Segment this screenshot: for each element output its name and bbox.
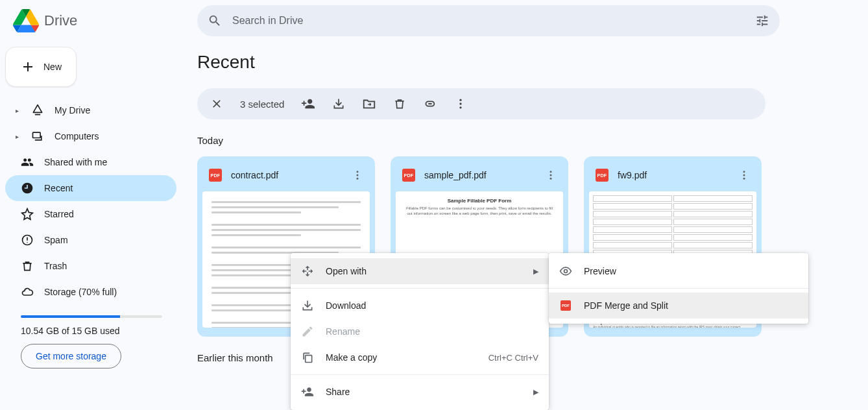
star-icon	[21, 208, 34, 221]
get-storage-button[interactable]: Get more storage	[21, 344, 121, 368]
chevron-right-icon: ▶	[533, 388, 538, 396]
svg-point-8	[550, 171, 552, 173]
more-vert-icon	[454, 97, 467, 110]
sidebar: New ▸My Drive ▸Computers Shared with me …	[0, 42, 187, 410]
pdf-icon: PDF	[209, 169, 222, 182]
close-icon	[210, 97, 223, 110]
nav-shared[interactable]: Shared with me	[5, 149, 176, 175]
more-vert-icon	[738, 169, 750, 181]
share-button[interactable]	[301, 97, 315, 111]
pdf-app-icon: PDF	[561, 300, 571, 311]
spam-icon	[21, 234, 34, 247]
logo-area[interactable]: Drive	[10, 8, 187, 34]
delete-button[interactable]	[393, 97, 406, 110]
search-icon	[208, 14, 222, 28]
selection-count: 3 selected	[240, 99, 284, 110]
menu-shortcut: Ctrl+C Ctrl+V	[488, 353, 538, 363]
more-button[interactable]	[454, 97, 467, 110]
nav-recent[interactable]: Recent	[5, 175, 176, 201]
eye-icon	[559, 264, 572, 278]
search-bar[interactable]	[197, 5, 780, 36]
submenu-pdf-merge-split[interactable]: PDF PDF Merge and Split	[549, 293, 808, 319]
nav-list: ▸My Drive ▸Computers Shared with me Rece…	[5, 97, 176, 305]
storage-used-label: 10.54 GB of 15 GB used	[21, 326, 166, 336]
nav-starred[interactable]: Starred	[5, 201, 176, 227]
menu-make-copy[interactable]: Make a copy Ctrl+C Ctrl+V	[291, 344, 549, 370]
person-add-icon	[301, 385, 314, 398]
file-more-button[interactable]	[349, 167, 366, 184]
download-icon	[332, 97, 345, 110]
nav-my-drive[interactable]: ▸My Drive	[5, 97, 176, 123]
svg-rect-14	[306, 356, 312, 363]
page-title: Recent	[197, 42, 858, 88]
more-vert-icon	[352, 169, 363, 181]
link-button[interactable]	[423, 97, 437, 111]
pdf-icon: PDF	[402, 169, 415, 182]
svg-rect-0	[33, 132, 41, 138]
new-button-label: New	[43, 62, 62, 72]
move-folder-icon	[362, 97, 376, 111]
selection-toolbar: 3 selected	[197, 88, 766, 119]
file-more-button[interactable]	[736, 167, 753, 184]
open-with-icon	[301, 265, 314, 278]
new-button[interactable]: New	[5, 47, 77, 87]
trash-icon	[393, 97, 406, 110]
drive-logo-icon	[13, 8, 39, 34]
section-today: Today	[197, 119, 858, 156]
clear-selection-button[interactable]	[210, 97, 223, 110]
file-name: fw9.pdf	[618, 170, 727, 180]
context-submenu: Preview PDF PDF Merge and Split	[549, 253, 808, 324]
my-drive-icon	[31, 104, 44, 117]
storage-bar-fill	[21, 315, 120, 318]
file-name: contract.pdf	[231, 170, 340, 180]
chevron-right-icon: ▶	[533, 267, 538, 276]
more-vert-icon	[545, 169, 557, 181]
header: Drive	[0, 0, 868, 42]
menu-rename: Rename	[291, 319, 549, 344]
storage-section: 10.54 GB of 15 GB used Get more storage	[5, 305, 176, 368]
person-add-icon	[301, 97, 315, 111]
svg-point-13	[743, 178, 745, 180]
menu-download[interactable]: Download	[291, 293, 549, 319]
nav-spam[interactable]: Spam	[5, 227, 176, 253]
rename-icon	[301, 325, 314, 338]
svg-point-2	[460, 99, 462, 101]
plus-icon	[20, 59, 36, 75]
storage-bar	[21, 315, 162, 318]
svg-point-15	[564, 270, 568, 273]
file-more-button[interactable]	[542, 167, 559, 184]
submenu-preview[interactable]: Preview	[549, 258, 808, 284]
svg-point-10	[550, 178, 552, 180]
context-menu: Open with ▶ Download Rename Make a copy …	[291, 253, 549, 410]
nav-computers[interactable]: ▸Computers	[5, 123, 176, 149]
pdf-icon: PDF	[596, 169, 609, 182]
svg-point-7	[357, 178, 359, 180]
svg-point-3	[460, 102, 462, 104]
svg-point-11	[743, 171, 745, 173]
move-button[interactable]	[362, 97, 376, 111]
copy-icon	[301, 351, 314, 364]
svg-point-12	[743, 175, 745, 176]
cloud-icon	[21, 285, 34, 298]
svg-point-4	[460, 106, 462, 108]
download-icon	[301, 299, 314, 312]
nav-trash[interactable]: Trash	[5, 253, 176, 279]
trash-icon	[21, 259, 34, 272]
svg-point-9	[550, 175, 552, 176]
search-input[interactable]	[232, 15, 745, 27]
search-filter-icon[interactable]	[755, 14, 769, 28]
computers-icon	[31, 130, 44, 143]
menu-open-with[interactable]: Open with ▶	[291, 258, 549, 284]
app-name: Drive	[44, 12, 77, 29]
nav-storage[interactable]: Storage (70% full)	[5, 279, 176, 305]
recent-icon	[21, 182, 34, 195]
svg-point-5	[357, 171, 359, 173]
link-icon	[423, 97, 437, 111]
file-name: sample_pdf.pdf	[424, 170, 533, 180]
menu-share[interactable]: Share ▶	[291, 379, 549, 405]
svg-point-6	[357, 175, 359, 176]
shared-icon	[21, 156, 34, 169]
download-button[interactable]	[332, 97, 345, 110]
